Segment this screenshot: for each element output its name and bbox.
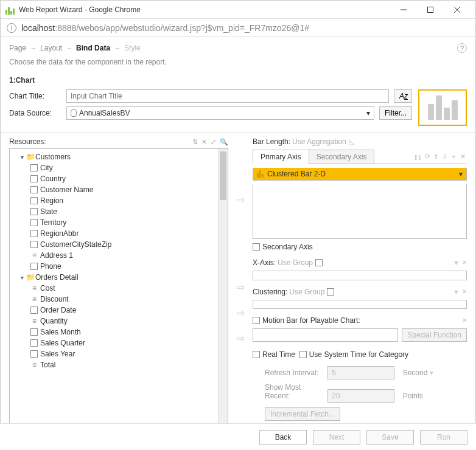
bar-chart-icon [257, 170, 264, 178]
tree-item[interactable]: ≡Address 1 [11, 250, 226, 261]
info-icon[interactable]: i [7, 23, 16, 33]
save-button: Save [366, 430, 414, 445]
tab-add-icon[interactable]: ＋ [450, 152, 457, 161]
motion-checkbox[interactable] [253, 317, 260, 324]
tree-item[interactable]: Order Date [11, 305, 226, 316]
clustering-field[interactable] [253, 300, 467, 309]
tree-item[interactable]: Sales Year [11, 348, 226, 359]
refresh-interval-label: Refresh Interval: [253, 369, 326, 377]
run-button: Run [420, 430, 467, 445]
refresh-unit: Second [403, 369, 428, 377]
sort-icon[interactable]: ⇅ [192, 138, 198, 146]
tab-remove-icon[interactable]: ✕ [460, 153, 466, 161]
assign-clustering-button[interactable]: ⇨ [233, 305, 248, 320]
section-title: 1:Chart [9, 75, 467, 89]
tab-up-icon[interactable]: ⇧ [433, 153, 439, 161]
filter-icon[interactable]: ▼ [453, 288, 460, 296]
assign-bar-length-button[interactable]: ⇨ [233, 192, 248, 207]
url-bar: i localhost:8888/webos/app/webstudio/wiz… [1, 19, 475, 37]
resources-tree[interactable]: ▾📁CustomersCityCountryCustomer NameRegio… [9, 148, 228, 424]
realtime-checkbox[interactable] [253, 351, 260, 358]
app-icon [5, 5, 15, 15]
step-page[interactable]: Page [9, 44, 26, 52]
step-bind-data[interactable]: Bind Data [76, 44, 110, 52]
tree-item[interactable]: Country [11, 173, 226, 184]
clustering-use-group: Use Group [289, 288, 324, 296]
assign-xaxis-button[interactable]: ⇨ [233, 280, 248, 294]
use-aggregation-label: Use Aggregation [292, 137, 346, 146]
url-host: localhost [21, 23, 55, 33]
xaxis-field[interactable] [253, 271, 467, 280]
filter-icon[interactable]: ▼ [453, 259, 460, 266]
checkbox-icon [253, 243, 260, 251]
clustering-group-checkbox[interactable] [327, 288, 334, 296]
remove-icon[interactable]: ✕ [462, 317, 467, 324]
tree-group-customers[interactable]: ▾📁Customers [11, 151, 226, 162]
footer: Back Next Save Run [0, 423, 476, 450]
title-bar: Web Report Wizard - Google Chrome [1, 1, 475, 19]
chart-type-row[interactable]: Clustered Bar 2-D ▾ [253, 168, 467, 181]
scrollbar-thumb[interactable] [220, 151, 226, 200]
tree-item[interactable]: Territory [11, 217, 226, 228]
close-button[interactable] [444, 1, 471, 18]
systemtime-checkbox[interactable] [299, 351, 307, 358]
tree-item[interactable]: ≡Quantity [11, 316, 226, 327]
tree-item[interactable]: ≡Discount [11, 294, 226, 305]
help-icon[interactable]: ? [457, 43, 467, 53]
tree-item[interactable]: CustomerCityStateZip [11, 239, 226, 250]
remove-icon[interactable]: ✕ [462, 259, 467, 266]
breadcrumb: Page → Layout → Bind Data → Style ? [1, 37, 475, 55]
tree-item[interactable]: Sales Quarter [11, 338, 226, 348]
xaxis-use-group: Use Group [278, 258, 313, 267]
motion-label: Motion Bar for Playable Chart: [262, 316, 360, 325]
bar-length-row: Bar Length: Use Aggregation ◺ [253, 137, 467, 146]
tab-primary-axis[interactable]: Primary Axis [253, 150, 309, 164]
chart-thumbnail[interactable] [418, 89, 467, 126]
aggregation-icon[interactable]: ◺ [349, 137, 354, 146]
tree-item[interactable]: Region [11, 195, 226, 206]
bar-length-label: Bar Length: [253, 137, 290, 146]
tree-item[interactable]: ≡Total [11, 359, 226, 370]
tree-group-orders[interactable]: ▾📁Orders Detail [11, 272, 226, 283]
incremental-fetch-button: Incremental Fetch... [265, 407, 340, 421]
step-style: Style [124, 44, 141, 52]
datasource-icon [71, 109, 77, 117]
tree-item[interactable]: City [11, 162, 226, 173]
tree-item[interactable]: Sales Month [11, 327, 226, 338]
tab-chart-icon[interactable]: ⫿⫿ [415, 153, 422, 161]
search-icon[interactable]: 🔍 [220, 138, 228, 146]
back-button[interactable]: Back [259, 430, 307, 445]
tree-item[interactable]: ≡Cost [11, 283, 226, 294]
special-function-button: Special Function [402, 328, 467, 342]
remove-icon[interactable]: ✕ [462, 288, 467, 296]
tab-refresh-icon[interactable]: ⟳ [425, 153, 430, 161]
filter-button[interactable]: Filter... [379, 106, 412, 120]
tree-item[interactable]: RegionAbbr [11, 228, 226, 239]
tab-secondary-axis[interactable]: Secondary Axis [309, 150, 375, 164]
url-path: :8888/webos/app/webstudio/wizard.jsp?j$v… [55, 23, 309, 33]
secondary-axis-check-row[interactable]: Secondary Axis [253, 243, 467, 251]
chart-title-input[interactable] [66, 89, 389, 103]
scrollbar[interactable] [218, 149, 228, 424]
clustering-label: Clustering: [253, 288, 287, 296]
show-recent-label: Show Most Recent: [253, 383, 326, 400]
minimize-button[interactable] [390, 1, 417, 18]
tree-item[interactable]: Phone [11, 261, 226, 272]
clear-icon[interactable]: ✕ [201, 138, 207, 146]
xaxis-label: X-Axis: [253, 258, 276, 267]
expand-icon[interactable]: ⤢ [211, 138, 216, 146]
tab-down-icon[interactable]: ⇩ [442, 153, 447, 161]
page-description: Choose the data for the component in the… [1, 55, 475, 75]
data-source-combo[interactable]: AnnualSalesBV ▾ [66, 106, 374, 120]
assign-motion-button[interactable]: ⇨ [233, 331, 248, 345]
xaxis-group-checkbox[interactable] [315, 259, 323, 266]
chart-type-body [253, 184, 467, 239]
systemtime-label: Use System Time for Category [309, 350, 408, 359]
font-button[interactable]: Az [394, 89, 412, 103]
step-layout[interactable]: Layout [40, 44, 62, 52]
tree-item[interactable]: State [11, 206, 226, 217]
maximize-button[interactable] [417, 1, 444, 18]
chevron-down-icon: ▾ [366, 109, 370, 117]
tree-item[interactable]: Customer Name [11, 184, 226, 195]
motion-field[interactable] [253, 328, 398, 342]
